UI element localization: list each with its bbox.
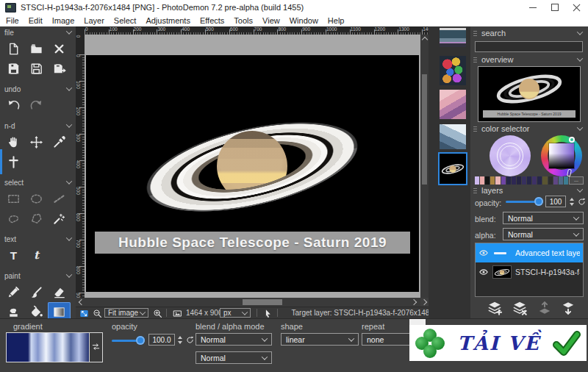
canvas-viewport[interactable]: Hubble Space Telescope - Saturn 2019 xyxy=(85,35,420,298)
opacity-value[interactable]: 100.0 xyxy=(148,334,175,346)
palette-swatch[interactable] xyxy=(553,176,558,185)
overview-thumbnail[interactable]: Hubble Space Telescope - Saturn 2019 xyxy=(478,66,581,122)
scroll-up-icon[interactable] xyxy=(421,37,427,43)
horizontal-scroll-thumb[interactable] xyxy=(243,299,282,305)
menu-view[interactable]: View xyxy=(262,16,280,25)
palette-swatch[interactable] xyxy=(537,176,542,185)
toolbox-section-undo[interactable]: undo xyxy=(0,83,76,94)
select-wand-tool-button[interactable] xyxy=(48,209,71,229)
select-rect-tool-button[interactable] xyxy=(2,189,25,209)
menu-help[interactable]: Help xyxy=(328,16,345,25)
toolbox-section-paint[interactable]: paint xyxy=(0,270,76,281)
menu-effects[interactable]: Effects xyxy=(200,16,224,25)
layers-panel-header[interactable]: layers xyxy=(470,185,588,196)
palette-swatch[interactable] xyxy=(506,176,511,185)
vertical-scroll-thumb[interactable] xyxy=(422,74,427,185)
fill-tool-button[interactable] xyxy=(25,302,48,318)
zoom-in-icon[interactable] xyxy=(153,308,162,318)
close-image-tool-button[interactable] xyxy=(48,39,71,59)
menu-select[interactable]: Select xyxy=(114,16,137,25)
scroll-left-icon[interactable] xyxy=(79,299,85,305)
palette-swatch[interactable] xyxy=(559,176,563,185)
image-tab-balloons[interactable] xyxy=(440,56,466,85)
layer-visibility-eye-icon[interactable] xyxy=(478,248,489,258)
layer-opacity-spinner[interactable] xyxy=(568,196,575,207)
clone-stamp-tool-button[interactable] xyxy=(2,302,25,318)
palette-swatch[interactable] xyxy=(475,176,479,185)
shape-dropdown[interactable]: linear xyxy=(281,333,359,346)
palette-swatch[interactable] xyxy=(501,176,506,185)
palette-swatch[interactable] xyxy=(490,176,495,185)
zoom-mode-dropdown[interactable]: Fit image xyxy=(104,308,148,318)
undo-tool-button[interactable] xyxy=(2,96,25,115)
opacity-spinner[interactable] xyxy=(176,334,183,346)
blend-mode-dropdown[interactable]: Normal xyxy=(196,333,272,346)
move-tool-button[interactable] xyxy=(25,132,48,152)
gradient-tool-button[interactable] xyxy=(48,302,71,318)
hue-wheel[interactable] xyxy=(541,135,582,176)
color-history-wheel[interactable] xyxy=(490,135,531,176)
export-tool-button[interactable] xyxy=(48,59,71,79)
menu-edit[interactable]: Edit xyxy=(29,16,43,25)
opacity-slider[interactable] xyxy=(112,336,141,345)
hue-marker[interactable] xyxy=(569,137,575,143)
image-tab-screenshot[interactable] xyxy=(440,28,466,47)
palette-swatch[interactable] xyxy=(480,176,484,185)
image-tab-saturn[interactable] xyxy=(440,154,466,184)
measure-tool-button[interactable] xyxy=(2,152,25,172)
layer-visibility-eye-icon[interactable] xyxy=(478,267,489,277)
gradient-reverse-button[interactable] xyxy=(89,333,102,362)
toolbox-section-text[interactable]: text xyxy=(0,233,76,244)
search-input[interactable] xyxy=(475,41,583,52)
menu-window[interactable]: Window xyxy=(290,16,318,25)
palette-more-button[interactable]: ... xyxy=(569,176,584,185)
hue-slider-marker[interactable] xyxy=(567,169,572,177)
palette-swatch[interactable] xyxy=(522,176,526,185)
palette-swatch[interactable] xyxy=(512,176,516,185)
save-tool-button[interactable] xyxy=(2,59,25,79)
image-tab-portrait[interactable] xyxy=(440,90,466,119)
menu-file[interactable]: File xyxy=(6,16,19,25)
text-basic-tool-button[interactable]: T xyxy=(2,246,25,265)
paintbrush-tool-button[interactable] xyxy=(25,282,48,302)
menu-tools[interactable]: Tools xyxy=(234,16,253,25)
text-advanced-tool-button[interactable]: t xyxy=(25,246,48,265)
horizontal-scrollbar[interactable] xyxy=(76,298,420,307)
save-as-tool-button[interactable] xyxy=(25,59,48,79)
toolbox-section-n-d[interactable]: n-d xyxy=(0,120,76,131)
select-ellipse-tool-button[interactable] xyxy=(25,189,48,209)
close-button[interactable] xyxy=(566,0,588,15)
zoom-out-icon[interactable] xyxy=(93,308,102,318)
pencil-tool-button[interactable] xyxy=(2,282,25,302)
palette-swatch[interactable] xyxy=(485,176,490,185)
fit-canvas-icon[interactable] xyxy=(79,308,89,318)
layer-row[interactable]: Advanced text layer xyxy=(476,243,583,262)
hand-tool-button[interactable] xyxy=(2,132,25,152)
palette-swatch[interactable] xyxy=(527,176,531,185)
search-panel-header[interactable]: search xyxy=(470,28,588,38)
toolbox-section-select[interactable]: select xyxy=(0,176,76,187)
menu-layer[interactable]: Layer xyxy=(84,16,104,25)
move-layer-down-button[interactable] xyxy=(560,300,578,316)
open-image-tool-button[interactable] xyxy=(25,39,48,59)
layer-alpha-dropdown[interactable]: Normal xyxy=(503,228,584,240)
layer-blend-dropdown[interactable]: Normal xyxy=(503,212,584,224)
color-picker-tool-button[interactable] xyxy=(48,132,71,152)
palette-swatch[interactable] xyxy=(548,176,553,185)
menu-adjustments[interactable]: Adjustments xyxy=(146,16,190,25)
image-tab-building[interactable] xyxy=(440,124,466,149)
color-selector-panel-header[interactable]: color selector xyxy=(470,124,588,134)
unit-dropdown[interactable]: px xyxy=(220,308,251,318)
new-image-tool-button[interactable] xyxy=(2,39,25,59)
maximize-button[interactable] xyxy=(544,0,566,15)
gradient-editor[interactable] xyxy=(6,332,103,362)
menu-image[interactable]: Image xyxy=(52,16,75,25)
vertical-scrollbar[interactable] xyxy=(420,35,429,298)
select-line-tool-button[interactable] xyxy=(48,189,71,209)
layer-opacity-value[interactable]: 100 xyxy=(545,196,566,207)
minimize-button[interactable] xyxy=(522,0,544,15)
select-polygon-tool-button[interactable] xyxy=(25,209,48,229)
palette-swatch[interactable] xyxy=(517,176,521,185)
opacity-reset-icon[interactable] xyxy=(185,335,195,345)
overview-panel-header[interactable]: overview xyxy=(470,54,588,65)
